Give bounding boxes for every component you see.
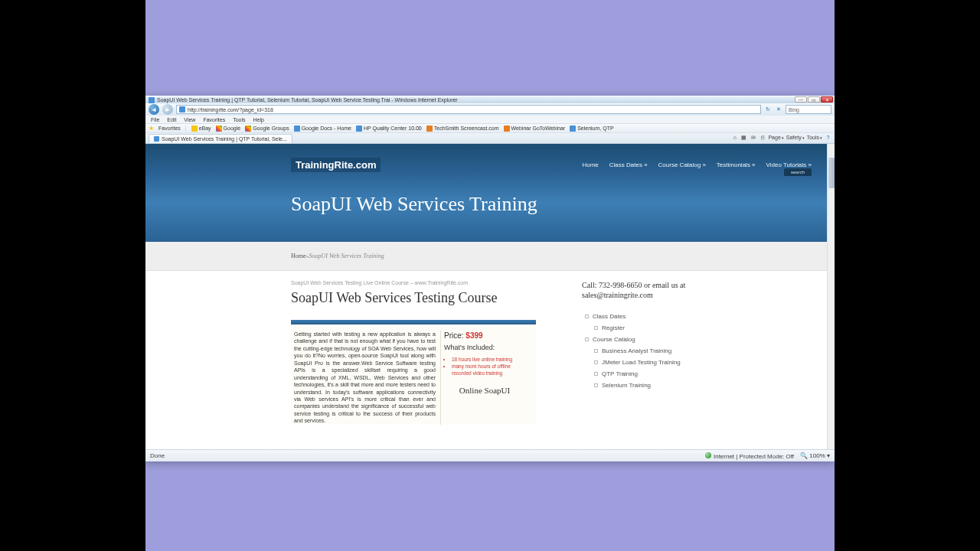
price-value: $399 <box>466 331 482 340</box>
whats-included-label: What's Included: <box>444 343 525 352</box>
page-viewport: TrainingRite.com Home Class Dates » Cour… <box>145 144 835 449</box>
search-provider: Bing <box>789 107 799 112</box>
command-bar: ⌂ ▦ ✉ ⎙ Page Safety Tools ? <box>731 134 831 141</box>
page-menu[interactable]: Page <box>768 135 783 140</box>
online-subtitle: Online SoapUI <box>444 385 525 396</box>
mail-icon[interactable]: ✉ <box>750 134 756 141</box>
url-text: http://trainingrite.com/?page_id=318 <box>188 107 273 112</box>
sidebar: Call: 732-998-6650 or email us at sales@… <box>582 280 689 391</box>
menu-help[interactable]: Help <box>250 117 268 122</box>
vertical-scrollbar[interactable] <box>827 144 835 449</box>
nav-class-dates[interactable]: Class Dates » <box>609 161 648 168</box>
favorites-star-icon[interactable]: ★ <box>149 125 154 132</box>
back-button[interactable]: ◄ <box>149 104 159 115</box>
favorites-bar: ★ Favorites | eBay Google Google Groups … <box>145 124 835 133</box>
home-icon[interactable]: ⌂ <box>731 134 738 141</box>
fav-google-groups[interactable]: Google Groups <box>245 126 289 132</box>
site-search[interactable]: search <box>784 168 812 176</box>
menu-bar: File Edit View Favorites Tools Help <box>145 116 835 124</box>
site-logo[interactable]: TrainingRite.com <box>291 158 381 172</box>
window-favicon <box>149 97 155 103</box>
fav-selenium-qtp[interactable]: Selenium, QTP <box>570 126 613 132</box>
tab-title: SoapUI Web Services Training | QTP Tutor… <box>162 136 287 142</box>
breadcrumb: Home » SoapUI Web Services Training <box>145 242 835 271</box>
tools-menu[interactable]: Tools <box>807 135 822 140</box>
status-protected-mode: Internet | Protected Mode: Off <box>705 452 794 460</box>
tab-bar: SoapUI Web Services Training | QTP Tutor… <box>145 133 835 144</box>
window-title: SoapUI Web Services Training | QTP Tutor… <box>157 97 458 103</box>
fav-google-docs[interactable]: Google Docs - Home <box>294 126 351 132</box>
feeds-icon[interactable]: ▦ <box>740 134 747 141</box>
print-icon[interactable]: ⎙ <box>759 134 766 141</box>
status-left: Done <box>150 452 165 459</box>
forward-button[interactable]: ► <box>162 104 173 115</box>
nav-testimonials[interactable]: Testimonials » <box>717 161 756 168</box>
breadcrumb-home[interactable]: Home <box>291 253 306 259</box>
sidebar-item-class-dates[interactable]: Class Dates <box>582 311 689 322</box>
nav-home[interactable]: Home <box>582 161 598 168</box>
stop-button[interactable]: ✕ <box>775 106 782 113</box>
contact-info: Call: 732-998-6650 or email us at sales@… <box>582 280 689 300</box>
price-label: Price: <box>444 331 466 340</box>
site-nav: Home Class Dates » Course Catalog » Test… <box>582 161 812 168</box>
scrollbar-thumb[interactable] <box>828 158 835 188</box>
browser-window: SoapUI Web Services Training | QTP Tutor… <box>145 96 835 461</box>
menu-tools[interactable]: Tools <box>229 117 249 122</box>
article-pretitle: SoapUI Web Services Testing Live Online … <box>291 280 551 285</box>
menu-favorites[interactable]: Favorites <box>199 117 229 122</box>
included-item: 18 hours live online training <box>452 357 525 364</box>
menu-view[interactable]: View <box>180 117 199 122</box>
status-bar: Done Internet | Protected Mode: Off 🔍 10… <box>145 449 835 461</box>
refresh-button[interactable]: ↻ <box>764 106 772 113</box>
nav-course-catalog[interactable]: Course Catalog » <box>658 161 706 168</box>
sidebar-item-qtp-training[interactable]: QTP Training <box>582 368 689 380</box>
sidebar-item-register[interactable]: Register <box>582 322 689 334</box>
sidebar-item-selenium-training[interactable]: Selenium Training <box>582 380 689 391</box>
help-icon[interactable]: ? <box>825 134 831 141</box>
status-zoom[interactable]: 🔍 100% ▾ <box>800 452 830 459</box>
sidebar-item-jmeter-training[interactable]: JMeter Load Testing Training <box>582 357 689 368</box>
sidebar-menu: Class Dates Register Course Catalog Busi… <box>582 311 689 391</box>
included-list: 18 hours live online training many more … <box>452 357 525 377</box>
article-title: SoapUI Web Services Testing Course <box>291 290 551 306</box>
tab-favicon <box>154 136 159 142</box>
browser-search-input[interactable]: Bing <box>786 105 831 114</box>
menu-edit[interactable]: Edit <box>163 117 180 122</box>
fav-webinar[interactable]: Webinar GoToWebinar <box>504 126 566 132</box>
sidebar-item-ba-training[interactable]: Business Analyst Training <box>582 345 689 357</box>
price-column: Price: $399 What's Included: 18 hours li… <box>440 331 528 425</box>
included-item: many more hours of offline recorded vide… <box>452 364 525 377</box>
safety-menu[interactable]: Safety <box>786 135 805 140</box>
minimize-button[interactable]: — <box>795 96 807 103</box>
fav-ebay[interactable]: eBay <box>191 126 211 132</box>
breadcrumb-current: SoapUI Web Services Training <box>309 253 384 259</box>
address-bar: ◄ ► http://trainingrite.com/?page_id=318… <box>145 103 835 116</box>
menu-file[interactable]: File <box>147 117 163 122</box>
fav-hp-qc[interactable]: HP Quality Center 10.00 <box>356 126 422 132</box>
nav-video-tutorials[interactable]: Video Tutorials » <box>766 161 812 168</box>
window-titlebar: SoapUI Web Services Training | QTP Tutor… <box>145 96 835 103</box>
course-description: Getting started with testing a new appli… <box>291 331 440 425</box>
course-box: Getting started with testing a new appli… <box>291 320 536 425</box>
maximize-button[interactable]: ▭ <box>808 96 820 103</box>
main-content: SoapUI Web Services Testing Live Online … <box>145 271 835 449</box>
globe-icon <box>705 452 711 458</box>
page-icon <box>179 106 185 112</box>
url-field[interactable]: http://trainingrite.com/?page_id=318 <box>176 105 761 114</box>
site-header: TrainingRite.com Home Class Dates » Cour… <box>145 144 835 242</box>
fav-google[interactable]: Google <box>216 126 241 132</box>
fav-techsmith[interactable]: TechSmith Screencast.com <box>426 126 499 132</box>
close-button[interactable]: ✕ <box>821 96 833 103</box>
browser-tab-active[interactable]: SoapUI Web Services Training | QTP Tutor… <box>149 134 292 143</box>
sidebar-item-course-catalog[interactable]: Course Catalog <box>582 334 689 345</box>
favorites-label[interactable]: Favorites <box>158 126 181 131</box>
page-title: SoapUI Web Services Training <box>291 193 537 216</box>
